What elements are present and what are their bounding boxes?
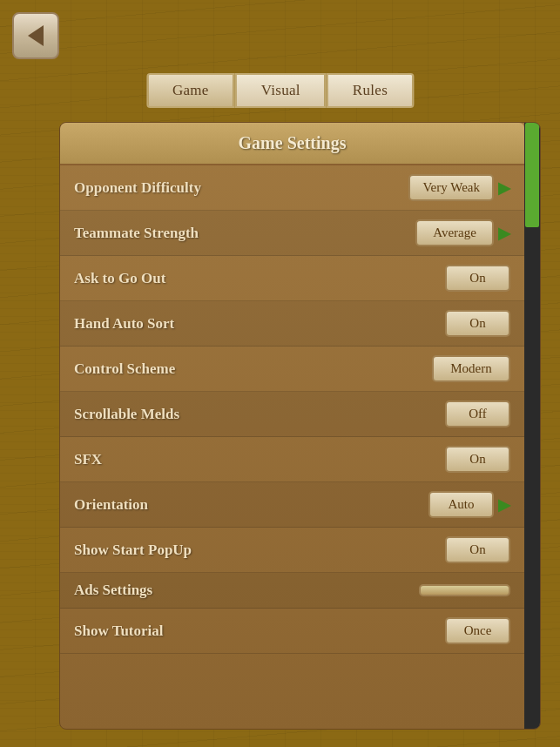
setting-control-orientation: Auto ▶ <box>428 491 510 518</box>
tabs-container: Game Visual Rules <box>146 73 414 108</box>
setting-label-ads-settings: Ads Settings <box>74 582 152 599</box>
setting-label-opponent-difficulty: Opponent Difficulty <box>74 179 201 197</box>
setting-label-scrollable-melds: Scrollable Melds <box>74 406 179 423</box>
tab-visual[interactable]: Visual <box>235 73 327 108</box>
setting-label-orientation: Orientation <box>74 496 148 514</box>
tab-rules[interactable]: Rules <box>327 73 414 108</box>
setting-value-ask-to-go-out[interactable]: On <box>445 265 510 292</box>
settings-header-title: Game Settings <box>239 133 347 152</box>
settings-panel: Game Settings Opponent Difficulty Very W… <box>59 122 541 730</box>
back-arrow-icon <box>28 25 44 46</box>
arrow-right-icon-0: ▶ <box>498 178 510 198</box>
setting-row-opponent-difficulty: Opponent Difficulty Very Weak ▶ <box>60 165 524 211</box>
setting-control-teammate-strength: Average ▶ <box>415 219 510 246</box>
setting-value-hand-auto-sort[interactable]: On <box>445 310 510 337</box>
setting-control-opponent-difficulty: Very Weak ▶ <box>408 174 510 201</box>
setting-control-scrollable-melds: Off <box>445 400 510 427</box>
setting-control-sfx: On <box>445 446 510 473</box>
setting-label-hand-auto-sort: Hand Auto Sort <box>74 315 174 333</box>
setting-value-orientation[interactable]: Auto <box>428 491 494 518</box>
setting-label-teammate-strength: Teammate Strength <box>74 225 199 242</box>
setting-label-ask-to-go-out: Ask to Go Out <box>74 270 165 287</box>
setting-control-ads-settings <box>419 584 510 596</box>
scrollbar-thumb[interactable] <box>525 123 539 227</box>
setting-label-sfx: SFX <box>74 451 102 468</box>
setting-control-show-start-popup: On <box>445 536 510 563</box>
setting-value-teammate-strength[interactable]: Average <box>415 219 494 246</box>
setting-label-show-start-popup: Show Start PopUp <box>74 542 192 559</box>
setting-row-orientation: Orientation Auto ▶ <box>60 482 524 528</box>
arrow-right-icon-1: ▶ <box>498 224 510 243</box>
setting-row-teammate-strength: Teammate Strength Average ▶ <box>60 211 524 256</box>
setting-row-ask-to-go-out: Ask to Go Out On <box>60 256 524 301</box>
setting-label-show-tutorial: Show Tutorial <box>74 622 164 640</box>
settings-list: Opponent Difficulty Very Weak ▶ Teammate… <box>60 165 524 654</box>
setting-value-control-scheme[interactable]: Modern <box>432 355 510 382</box>
setting-control-ask-to-go-out: On <box>445 265 510 292</box>
arrow-right-icon-7: ▶ <box>498 495 510 515</box>
setting-row-control-scheme: Control Scheme Modern <box>60 347 524 392</box>
settings-content: Game Settings Opponent Difficulty Very W… <box>60 123 524 729</box>
setting-value-show-tutorial[interactable]: Once <box>445 617 510 644</box>
setting-value-show-start-popup[interactable]: On <box>445 536 510 563</box>
setting-value-ads-settings[interactable] <box>419 584 510 596</box>
scrollbar[interactable] <box>524 123 540 729</box>
setting-control-control-scheme: Modern <box>432 355 510 382</box>
setting-label-control-scheme: Control Scheme <box>74 360 175 378</box>
back-button[interactable] <box>12 12 59 59</box>
setting-row-show-tutorial: Show Tutorial Once <box>60 609 524 654</box>
setting-control-hand-auto-sort: On <box>445 310 510 337</box>
setting-row-scrollable-melds: Scrollable Melds Off <box>60 392 524 437</box>
setting-row-hand-auto-sort: Hand Auto Sort On <box>60 301 524 347</box>
tab-game[interactable]: Game <box>146 73 235 108</box>
setting-row-ads-settings: Ads Settings <box>60 573 524 609</box>
setting-control-show-tutorial: Once <box>445 617 510 644</box>
setting-row-sfx: SFX On <box>60 437 524 482</box>
settings-header: Game Settings <box>60 123 524 165</box>
setting-value-scrollable-melds[interactable]: Off <box>445 400 510 427</box>
setting-value-opponent-difficulty[interactable]: Very Weak <box>408 174 494 201</box>
setting-row-show-start-popup: Show Start PopUp On <box>60 528 524 573</box>
setting-value-sfx[interactable]: On <box>445 446 510 473</box>
